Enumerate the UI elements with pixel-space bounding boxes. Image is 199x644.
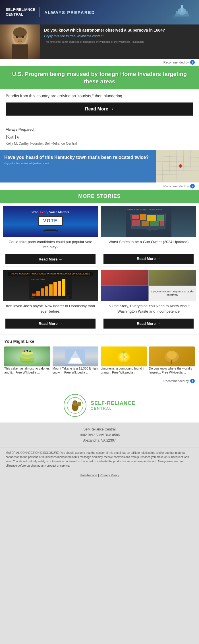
wiki-disclaimer: This newsletter is not endorsed or spons… <box>44 40 195 43</box>
story-card-gun: Worst States for Gun Owners in 2024 Wors… <box>101 206 196 267</box>
footer-address-bar: Self-Reliance Central 1602 Belle View Bl… <box>0 423 199 448</box>
svg-text:POLITICAL TIMES: POLITICAL TIMES <box>31 278 45 280</box>
svg-rect-47 <box>58 281 61 296</box>
svg-point-73 <box>167 351 177 359</box>
footer-brand-sub: CENTRAL <box>91 406 135 411</box>
wiki-promo-content: Do you know which astronomer observed a … <box>40 24 199 59</box>
more-stories-title: MORE STORIES <box>3 193 196 199</box>
svg-rect-38 <box>160 220 164 226</box>
signature-title: Kelly McCarthy, Founder, Self-Reliance C… <box>6 141 193 145</box>
washington-cell-4-text: a government-run program that works effe… <box>150 290 194 297</box>
signature-script: Kelly <box>6 134 193 140</box>
wiki-promo-section[interactable]: Do you know which astronomer observed a … <box>0 24 199 59</box>
footer-logo-circle <box>64 394 86 417</box>
washington-cell-3 <box>101 286 148 302</box>
svg-rect-31 <box>132 215 139 219</box>
wiki-link-text: Enjoy this link to free Wikipedia conten… <box>44 34 195 38</box>
svg-rect-32 <box>140 214 146 220</box>
washington-cell-2 <box>149 270 196 286</box>
svg-point-11 <box>22 36 24 38</box>
might-like-text-2: Limonene, a compound found in orang... F… <box>101 366 147 375</box>
story-2-read-more[interactable]: Read More → <box>103 254 194 264</box>
footer-brand-text: SELF-RELIANCE <box>91 400 135 406</box>
header-banner: SELF-RELIANCE CENTRAL ALWAYS PREPARED <box>0 0 199 24</box>
svg-rect-28 <box>43 230 58 231</box>
signature-greeting: Always Prepared, <box>6 127 193 132</box>
story-1-text: Could third-party candidates could put p… <box>3 237 98 252</box>
svg-point-10 <box>16 36 18 38</box>
svg-rect-46 <box>53 282 57 296</box>
svg-rect-43 <box>41 288 44 296</box>
you-might-like-recommended: Recommended by i <box>4 377 195 385</box>
main-read-more-button[interactable]: Read More → <box>6 102 193 116</box>
vote-voice: Voice Matters <box>49 210 69 214</box>
lemon-image <box>101 346 147 366</box>
story-4-read-more[interactable]: Read More → <box>103 319 194 329</box>
footer-address: Self-Reliance Central 1602 Belle View Bl… <box>6 427 193 443</box>
svg-rect-34 <box>157 215 164 221</box>
unsubscribe-link[interactable]: Unsubscribe <box>80 473 97 477</box>
privacy-policy-link[interactable]: Privacy Policy <box>100 473 119 477</box>
kentucky-title: Have you heard of this Kentucky town tha… <box>4 155 152 161</box>
washington-cell-1 <box>101 270 148 286</box>
footer-logo-section: SELF-RELIANCE CENTRAL <box>0 388 199 423</box>
footer-brand: SELF-RELIANCE CENTRAL <box>91 400 135 411</box>
more-stories-header: MORE STORIES <box>0 190 199 203</box>
kentucky-promo-section[interactable]: Have you heard of this Kentucky town tha… <box>0 150 199 182</box>
cake-image <box>4 346 50 366</box>
might-like-text-1: Mount Takahe is a 11,350 ft high snow-..… <box>53 366 99 375</box>
story-3-text: Iran loved Joe's payoff. Now nearer to D… <box>3 301 98 316</box>
story-3-read-more[interactable]: Read More → <box>5 319 96 329</box>
svg-text:2015: 2015 <box>31 297 34 298</box>
recommended-badge: i <box>190 60 195 65</box>
email-wrapper: SELF-RELIANCE CENTRAL ALWAYS PREPARED <box>0 0 199 480</box>
astronomer-portrait <box>0 24 40 59</box>
washington-image: a government-run program that works effe… <box>101 270 196 301</box>
kentucky-recommended-bar: Recommended by i <box>0 182 199 190</box>
svg-text:Worst States for Gun Owners in: Worst States for Gun Owners in 2024 <box>127 208 162 210</box>
svg-rect-48 <box>62 279 65 296</box>
wiki-question: Do you know which astronomer observed a … <box>44 28 195 32</box>
svg-rect-33 <box>147 215 156 221</box>
footer-links: Unsubscribe | Privacy Policy <box>0 471 199 480</box>
might-like-text-3: Do you know where the world's largest...… <box>149 366 195 375</box>
svg-rect-44 <box>45 286 48 296</box>
story-card-vote: Vote. Every Voice Matters VOTE Could thi… <box>3 206 98 267</box>
might-like-grid: This cake has almost no calories and it.… <box>4 346 195 375</box>
main-article-body: Bandits from this country are arriving a… <box>0 89 199 123</box>
svg-rect-36 <box>142 221 149 226</box>
might-like-item-2[interactable]: Limonene, a compound found in orang... F… <box>101 346 147 375</box>
might-like-text-0: This cake has almost no calories and it.… <box>4 366 50 375</box>
kentucky-map <box>156 150 199 182</box>
wiki-recommended-bar: Recommended by i <box>0 59 199 66</box>
svg-rect-42 <box>36 291 40 296</box>
you-might-like-title: You Might Like <box>4 339 195 344</box>
might-like-item-3[interactable]: Do you know where the world's largest...… <box>149 346 195 375</box>
svg-rect-41 <box>32 294 36 296</box>
svg-rect-63 <box>65 364 85 366</box>
svg-point-12 <box>18 39 22 42</box>
main-article-excerpt: Bandits from this country are arriving a… <box>6 94 193 98</box>
svg-rect-13 <box>156 150 199 182</box>
svg-rect-37 <box>150 221 159 226</box>
capitol-dome-icon <box>171 5 193 19</box>
svg-point-78 <box>73 401 74 403</box>
svg-point-25 <box>180 165 181 167</box>
might-like-item-0[interactable]: This cake has almost no calories and it.… <box>4 346 50 375</box>
svg-point-70 <box>122 351 125 353</box>
you-might-like-section: You Might Like This cake has almost <box>0 335 199 388</box>
signature-section: Always Prepared, Kelly Kelly McCarthy, F… <box>0 123 199 150</box>
vote-text-vote: Vote. <box>32 210 39 214</box>
washington-cell-4: a government-run program that works effe… <box>149 286 196 302</box>
story-2-text: Worst States to be a Gun Owner (2024 Upd… <box>101 237 196 251</box>
story-1-read-more[interactable]: Read More → <box>5 254 96 264</box>
svg-point-9 <box>13 27 27 38</box>
svg-rect-45 <box>49 284 53 296</box>
header-tagline: ALWAYS PREPARED <box>44 10 95 15</box>
svg-point-59 <box>29 350 31 352</box>
main-article-title: U.S. Program being misused by foreign Ho… <box>6 70 193 85</box>
might-like-item-1[interactable]: Mount Takahe is a 11,350 ft high snow-..… <box>53 346 99 375</box>
main-article-section: U.S. Program being misused by foreign Ho… <box>0 66 199 123</box>
svg-rect-35 <box>132 220 140 226</box>
svg-point-57 <box>24 350 25 352</box>
